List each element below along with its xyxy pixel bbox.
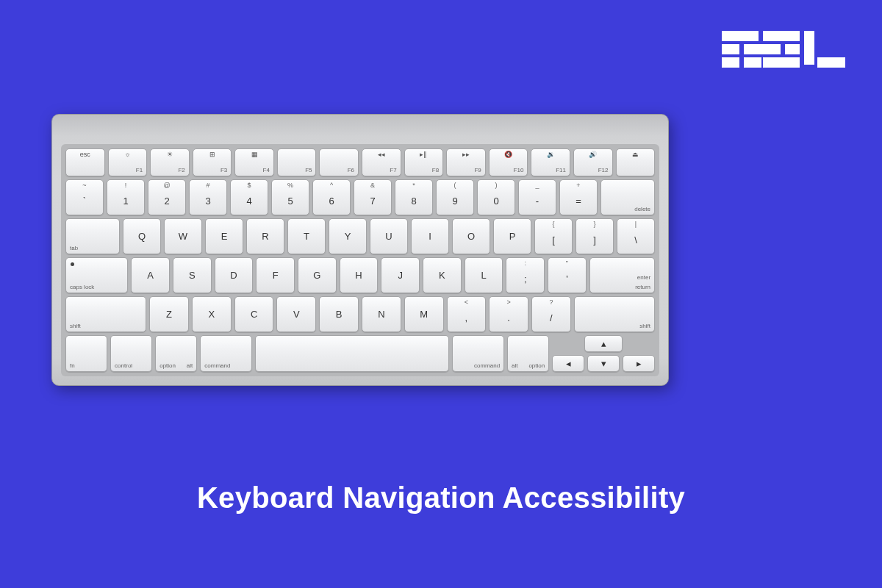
ael-logo xyxy=(722,26,847,71)
key-arrow-down: ▾ xyxy=(587,355,620,372)
key-F5: F5 xyxy=(277,148,317,176)
svg-rect-8 xyxy=(763,57,800,68)
key-option-right: altoption xyxy=(507,335,549,372)
key-E: E xyxy=(205,218,243,254)
key-F8: ▸‖F8 xyxy=(404,148,444,176)
key-]: }] xyxy=(576,218,614,254)
key-P: P xyxy=(493,218,531,254)
key-arrow-right: ▸ xyxy=(623,355,655,372)
key-`: ~` xyxy=(65,179,104,215)
key-/: ?/ xyxy=(531,296,571,332)
key-command-right: command xyxy=(452,335,504,372)
key-7: &7 xyxy=(354,179,392,215)
key-option-left: optionalt xyxy=(155,335,197,372)
key-F: F xyxy=(256,257,295,293)
key-arrow-left: ◂ xyxy=(552,355,584,372)
key-tab: tab xyxy=(65,218,120,254)
key-K: K xyxy=(423,257,462,293)
key-B: B xyxy=(319,296,359,332)
key-M: M xyxy=(404,296,444,332)
key-X: X xyxy=(192,296,232,332)
key-G: G xyxy=(298,257,337,293)
key-Q: Q xyxy=(123,218,161,254)
key-,: <, xyxy=(447,296,487,332)
key-L: L xyxy=(465,257,503,293)
key-space xyxy=(255,335,450,372)
key-8: *8 xyxy=(395,179,433,215)
key-;: :; xyxy=(506,257,545,293)
key-F2: ☀F2 xyxy=(150,148,190,176)
key-A: A xyxy=(131,257,170,293)
key-5: %5 xyxy=(271,179,309,215)
key--: _- xyxy=(518,179,556,215)
svg-rect-6 xyxy=(722,57,739,68)
arrow-cluster: ▴◂▾▸ xyxy=(552,335,655,372)
svg-rect-7 xyxy=(744,57,761,68)
key-⏏: ⏏ xyxy=(616,148,656,176)
key-Y: Y xyxy=(329,218,367,254)
key-I: I xyxy=(411,218,449,254)
key-esc: esc xyxy=(65,148,105,176)
key-F10: 🔇F10 xyxy=(489,148,528,176)
key-S: S xyxy=(173,257,212,293)
key-F1: ☼F1 xyxy=(108,148,148,176)
key-F4: ▦F4 xyxy=(234,148,274,176)
key-V: V xyxy=(276,296,316,332)
key-R: R xyxy=(246,218,284,254)
svg-rect-9 xyxy=(817,57,845,68)
key-delete: delete xyxy=(600,179,655,215)
page-title: Keyboard Navigation Accessibility xyxy=(0,481,882,514)
key-H: H xyxy=(340,257,379,293)
key-4: $4 xyxy=(230,179,268,215)
key-arrow-up: ▴ xyxy=(584,335,623,352)
key-F7: ◂◂F7 xyxy=(362,148,401,176)
key-W: W xyxy=(164,218,202,254)
key-\: |\ xyxy=(617,218,655,254)
key-N: N xyxy=(362,296,401,332)
key-1: !1 xyxy=(107,179,145,215)
key-fn: fn xyxy=(65,335,107,372)
key-.: >. xyxy=(489,296,528,332)
key-D: D xyxy=(215,257,254,293)
svg-rect-1 xyxy=(763,31,800,41)
key-J: J xyxy=(381,257,420,293)
keyboard-illustration: esc☼F1☀F2⊞F3▦F4F5F6◂◂F7▸‖F8▸▸F9🔇F10🔉F11🔊… xyxy=(51,114,669,386)
key-F3: ⊞F3 xyxy=(193,148,232,176)
key-Z: Z xyxy=(149,296,189,332)
key-': "' xyxy=(548,257,587,293)
key-6: ^6 xyxy=(312,179,351,215)
svg-rect-5 xyxy=(785,44,800,54)
key-F6: F6 xyxy=(319,148,359,176)
key-F12: 🔊F12 xyxy=(573,148,613,176)
key-[: {[ xyxy=(534,218,573,254)
key-C: C xyxy=(234,296,274,332)
key-F9: ▸▸F9 xyxy=(446,148,486,176)
key-O: O xyxy=(452,218,490,254)
key-0: )0 xyxy=(477,179,515,215)
svg-rect-0 xyxy=(722,31,759,41)
svg-rect-3 xyxy=(722,44,739,54)
key-9: (9 xyxy=(436,179,474,215)
key-T: T xyxy=(287,218,326,254)
key-F11: 🔉F11 xyxy=(531,148,570,176)
key-control: control xyxy=(110,335,152,372)
key-U: U xyxy=(370,218,408,254)
key-return: enterreturn xyxy=(589,257,655,293)
key-3: #3 xyxy=(189,179,227,215)
key-shift-right: shift xyxy=(574,296,655,332)
svg-rect-2 xyxy=(804,31,814,65)
key-=: += xyxy=(559,179,598,215)
key-command-left: command xyxy=(200,335,252,372)
key-caps-lock: caps lock xyxy=(65,257,128,293)
key-shift-left: shift xyxy=(65,296,146,332)
key-2: @2 xyxy=(148,179,186,215)
svg-rect-4 xyxy=(744,44,781,54)
